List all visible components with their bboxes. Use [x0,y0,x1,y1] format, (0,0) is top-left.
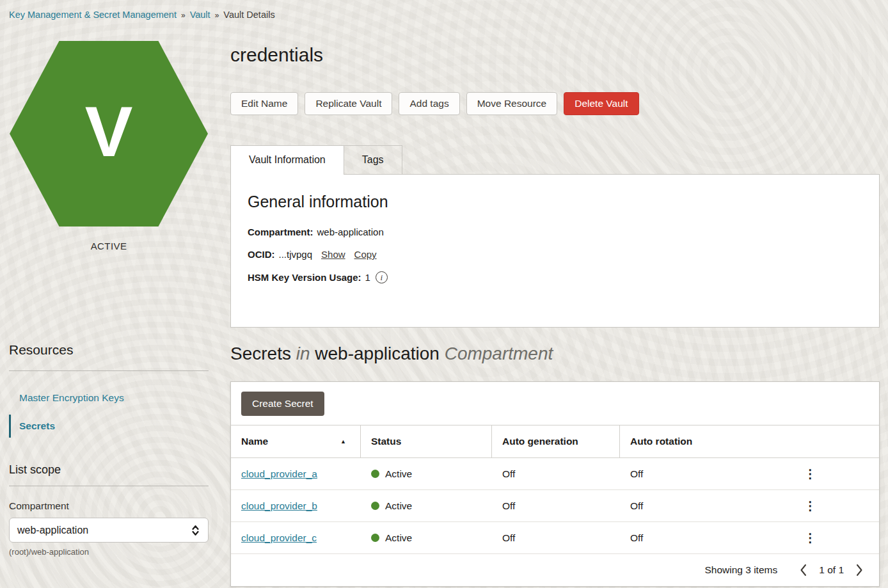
row-actions-cell: ⋮ [741,521,879,553]
secret-name-cell: cloud_provider_c [231,521,361,553]
heading-in: in [296,344,310,363]
compartment-value: web-application [317,226,384,237]
status-text: Active [385,468,412,480]
compartment-label: Compartment: [248,226,313,237]
heading-compartment-word: Compartment [445,344,553,363]
secret-status-cell: Active [361,489,492,521]
ocid-info-row: OCID: ...tjvpgq Show Copy [248,249,862,260]
vault-action-buttons: Edit Name Replicate Vault Add tags Move … [230,92,880,115]
status-text: Active [385,532,412,544]
secret-name-cell: cloud_provider_b [231,489,361,521]
breadcrumb: Key Management & Secret Management»Vault… [0,0,888,28]
compartment-field-label: Compartment [9,500,209,512]
column-header-status[interactable]: Status [361,425,492,458]
page-indicator: 1 of 1 [819,564,844,576]
showing-items-text: Showing 3 items [704,564,777,576]
sidebar-item-label: Secrets [19,420,55,432]
secrets-section-heading: Secrets in web-application Compartment [230,343,880,365]
secret-status-cell: Active [361,521,492,553]
column-header-name[interactable]: Name ▲ [231,425,361,458]
list-scope-section: List scope Compartment web-application (… [9,463,209,557]
auto-generation-cell: Off [492,521,620,553]
main-content: credentials Edit Name Replicate Vault Ad… [230,28,888,587]
delete-vault-button[interactable]: Delete Vault [564,92,638,115]
status-active-icon [371,470,379,478]
table-pagination-footer: Showing 3 items 1 of 1 [231,553,879,586]
column-header-auto-generation[interactable]: Auto generation [492,425,620,458]
replicate-vault-button[interactable]: Replicate Vault [305,92,392,115]
breadcrumb-separator-icon: » [215,11,219,20]
secret-name-cell: cloud_provider_a [231,458,361,489]
vault-letter: V [85,96,133,168]
resources-divider [9,370,209,371]
hsm-usage-value: 1 [365,272,370,283]
resources-heading: Resources [9,342,209,358]
page-title: credentials [230,44,880,66]
secret-status-cell: Active [361,458,492,489]
secret-link[interactable]: cloud_provider_c [241,532,317,544]
auto-rotation-cell: Off [620,489,741,521]
ocid-value: ...tjvpgq [279,249,313,260]
column-header-label: Name [241,436,268,447]
auto-rotation-cell: Off [620,521,741,553]
info-icon[interactable]: i [376,271,388,283]
general-information-heading: General information [248,193,862,211]
kebab-menu-icon[interactable]: ⋮ [804,500,816,512]
ocid-label: OCID: [248,249,275,260]
compartment-path-text: (root)/web-application [9,547,209,557]
heading-secrets: Secrets [230,344,291,363]
ocid-copy-link[interactable]: Copy [354,249,377,260]
tab-vault-information[interactable]: Vault Information [230,145,344,175]
breadcrumb-separator-icon: » [181,11,186,20]
hsm-usage-label: HSM Key Version Usage: [248,272,361,283]
list-scope-heading: List scope [9,463,209,477]
sidebar-item-label: Master Encryption Keys [19,392,124,404]
ocid-show-link[interactable]: Show [321,249,345,260]
breadcrumb-current-page: Vault Details [223,10,274,20]
status-text: Active [385,500,412,512]
resources-section: Resources Master Encryption Keys Secrets [9,342,209,438]
compartment-selected-value: web-application [17,525,88,536]
auto-generation-cell: Off [492,489,620,521]
row-actions-cell: ⋮ [741,458,879,489]
secrets-table-card: Create Secret Name ▲ Status Auto generat… [230,381,880,587]
sidebar-item-secrets[interactable]: Secrets [9,415,209,438]
sidebar-item-master-encryption-keys[interactable]: Master Encryption Keys [9,386,209,409]
vault-status-text: ACTIVE [9,241,209,251]
chevron-right-icon [855,564,864,576]
secrets-table-toolbar: Create Secret [231,382,879,425]
vault-detail-tabs: Vault Information Tags [230,145,880,174]
add-tags-button[interactable]: Add tags [399,92,459,115]
status-active-icon [371,502,379,510]
list-scope-divider [9,486,209,486]
left-sidebar: V ACTIVE Resources Master Encryption Key… [0,28,230,557]
row-actions-cell: ⋮ [741,489,879,521]
auto-generation-cell: Off [492,458,620,489]
secret-link[interactable]: cloud_provider_a [241,468,317,480]
status-active-icon [371,534,379,542]
secrets-table: Name ▲ Status Auto generation Auto rotat… [231,425,879,553]
kebab-menu-icon[interactable]: ⋮ [804,468,816,480]
column-header-auto-rotation[interactable]: Auto rotation [620,425,879,458]
create-secret-button[interactable]: Create Secret [241,392,324,416]
auto-rotation-cell: Off [620,458,741,489]
heading-compartment-name: web-application [315,344,440,363]
compartment-info-row: Compartment: web-application [248,226,862,237]
secret-link[interactable]: cloud_provider_b [241,500,317,512]
hsm-info-row: HSM Key Version Usage: 1 i [248,271,862,283]
tab-tags[interactable]: Tags [344,145,402,174]
edit-name-button[interactable]: Edit Name [230,92,298,115]
breadcrumb-key-management-link[interactable]: Key Management & Secret Management [9,10,177,20]
vault-information-panel: General information Compartment: web-app… [230,174,880,328]
compartment-select[interactable]: web-application [9,518,209,543]
previous-page-button[interactable] [797,562,810,578]
sort-ascending-icon: ▲ [340,438,346,445]
vault-hexagon-icon: V [10,41,208,226]
move-resource-button[interactable]: Move Resource [466,92,558,115]
select-chevrons-icon [191,523,200,537]
breadcrumb-vault-link[interactable]: Vault [190,10,210,20]
kebab-menu-icon[interactable]: ⋮ [804,532,816,544]
chevron-left-icon [799,564,807,576]
vault-status-badge: V ACTIVE [9,41,209,251]
next-page-button[interactable] [853,562,866,578]
